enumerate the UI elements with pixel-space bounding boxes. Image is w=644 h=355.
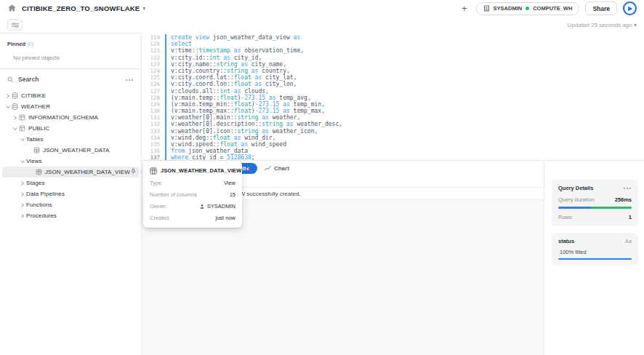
table-icon: [33, 147, 43, 153]
popover-row-label: Owner: [150, 203, 166, 210]
share-button[interactable]: Share: [585, 1, 617, 15]
sidebar-item-public[interactable]: PUBLIC: [0, 123, 141, 134]
line-number: 133: [142, 128, 165, 135]
chevron-right-icon[interactable]: [12, 116, 19, 120]
code-line[interactable]: 135v:wind.speed::float as wind_speed: [142, 141, 644, 148]
rows-value: 1: [629, 214, 632, 220]
no-pinned-text: No pinned objects: [0, 49, 141, 68]
code-line[interactable]: 127v:clouds.all::int as clouds,: [142, 88, 644, 95]
sidebar-item-tables[interactable]: Tables: [0, 134, 141, 145]
object-search[interactable]: Search •••: [0, 71, 141, 87]
code-text: v:clouds.all::int as clouds,: [166, 88, 269, 95]
code-text: select: [166, 41, 192, 47]
line-number: 130: [142, 108, 165, 114]
chevron-down-icon[interactable]: [19, 159, 26, 164]
code-text: v:city.name::string as city_name,: [166, 61, 286, 68]
chevron-right-icon[interactable]: [19, 192, 26, 196]
popover-row-number-of-columns: Number of columns15: [150, 191, 236, 198]
divider: [0, 68, 141, 69]
sql-editor[interactable]: 119create view json_weather_data_view as…: [142, 33, 644, 160]
chevron-down-icon[interactable]: [12, 127, 19, 131]
code-line[interactable]: 126v:city.coord.lon::float as city_lon,: [142, 81, 644, 87]
code-line[interactable]: 123v:city.name::string as city_name,: [142, 61, 644, 68]
title-caret-icon[interactable]: ▾: [142, 5, 145, 12]
code-text: v:weather[0].icon::string as weather_ico…: [166, 128, 318, 135]
sidebar-item-citibike[interactable]: CITIBIKE: [0, 90, 141, 101]
code-line[interactable]: 136from json_weather_data: [142, 148, 644, 154]
chevron-right-icon[interactable]: [19, 214, 26, 218]
home-icon[interactable]: [7, 4, 17, 13]
code-text: v:city.coord.lon::float as city_lon,: [166, 81, 297, 87]
code-line[interactable]: 129(v:main.temp_min::float)-273.15 as te…: [142, 101, 644, 108]
chevron-down-icon[interactable]: [19, 137, 26, 142]
sidebar-item-data-pipelines[interactable]: Data Pipelines: [0, 188, 141, 199]
code-text: v:wind.speed::float as wind_speed: [166, 141, 286, 148]
sidebar-item-functions[interactable]: Functions: [0, 199, 141, 210]
code-line[interactable]: 120select: [142, 41, 644, 47]
worksheet-title[interactable]: CITIBIKE_ZERO_TO_SNOWFLAKE: [22, 4, 140, 12]
line-number: 128: [142, 95, 165, 101]
line-number: 129: [142, 101, 165, 108]
chevron-right-icon[interactable]: [19, 181, 26, 186]
open-object-icon[interactable]: [245, 167, 251, 175]
tab-chart[interactable]: Chart: [265, 165, 289, 172]
play-icon: [627, 6, 633, 12]
code-line[interactable]: 121v:time::timestamp as observation_time…: [142, 47, 644, 54]
code-line[interactable]: 128(v:main.temp::float)-273.15 as temp_a…: [142, 95, 644, 101]
sidebar-item-weather[interactable]: WEATHER: [0, 101, 141, 112]
sidebar-item-information-schema[interactable]: INFORMATION_SCHEMA: [0, 112, 141, 123]
sidebar-more-menu[interactable]: •••: [126, 76, 134, 83]
code-line[interactable]: 119create view json_weather_data_view as: [142, 34, 644, 41]
code-line[interactable]: 134v:wind.deg::float as wind_dir,: [142, 135, 644, 141]
code-text: v:city.country::string as country,: [166, 68, 290, 74]
popover-title: JSON_WEATHER_DATA_VIEW: [161, 167, 241, 174]
database-object-tree: CITIBIKEWEATHERINFORMATION_SCHEMAPUBLICT…: [0, 90, 141, 221]
updated-timestamp[interactable]: Updated 25 seconds ago ▾: [568, 22, 637, 28]
code-line[interactable]: 125v:city.coord.lat::float as city_lat,: [142, 74, 644, 81]
code-line[interactable]: 133v:weather[0].icon::string as weather_…: [142, 128, 644, 135]
chevron-down-icon[interactable]: [4, 105, 12, 109]
sidebar-item-label: PUBLIC: [28, 125, 50, 132]
line-number: 132: [142, 121, 165, 127]
code-text: v:weather[0].main::string as weather,: [166, 114, 300, 121]
sidebar-item-views[interactable]: Views: [0, 156, 141, 167]
filters-button[interactable]: [7, 19, 23, 31]
context-selector[interactable]: SYSADMIN COMPUTE_WH: [476, 2, 580, 15]
code-line[interactable]: 122v:city.id::int as city_id,: [142, 55, 644, 61]
sidebar-item-json-weather-data-view[interactable]: JSON_WEATHER_DATA_VIEW•••: [2, 167, 139, 178]
pin-icon[interactable]: [130, 168, 137, 176]
status-column-card[interactable]: status Aa 100% filled: [552, 233, 638, 266]
sidebar-item-procedures[interactable]: Procedures: [0, 210, 141, 221]
sidebar-item-label: CITIBIKE: [21, 92, 46, 99]
code-text: v:city.coord.lat::float as city_lat,: [166, 74, 297, 81]
sidebar-item-label: Stages: [26, 180, 45, 186]
code-line[interactable]: 137where city_id = 5128638;: [142, 154, 644, 160]
duration-bar-green: [591, 207, 632, 209]
query-details-menu[interactable]: •••: [624, 185, 632, 191]
new-worksheet-button[interactable]: +: [459, 4, 470, 13]
popover-row-type: TypeView: [150, 180, 236, 186]
chevron-right-icon[interactable]: [19, 203, 26, 207]
text-type-indicator: Aa: [625, 238, 632, 244]
schema-icon: [19, 114, 28, 121]
line-number: 126: [142, 81, 165, 87]
run-button[interactable]: [623, 1, 637, 15]
sidebar-item-json-weather-data[interactable]: JSON_WEATHER_DATA: [0, 145, 141, 156]
query-details-panel: Query Details ••• Query duration 256ms R…: [544, 160, 644, 355]
line-number: 136: [142, 148, 165, 154]
person-icon: [199, 204, 205, 210]
duration-progress-bar: [558, 207, 632, 209]
code-line[interactable]: 131v:weather[0].main::string as weather,: [142, 114, 644, 121]
code-line[interactable]: 130(v:main.temp_max::float)-273.15 as te…: [142, 108, 644, 114]
code-line[interactable]: 124v:city.country::string as country,: [142, 68, 644, 74]
role-badge-icon: [483, 5, 490, 12]
chart-icon: [265, 165, 271, 172]
sidebar-item-label: JSON_WEATHER_DATA: [43, 147, 110, 153]
sidebar-item-stages[interactable]: Stages: [0, 178, 141, 188]
chevron-right-icon[interactable]: [4, 94, 12, 98]
code-line[interactable]: 132v:weather[0].description::string as w…: [142, 121, 644, 127]
popover-row-owner: OwnerSYSADMIN: [150, 203, 236, 210]
sidebar-item-label: Tables: [26, 136, 44, 143]
snowsight-worksheet-app: CITIBIKE_ZERO_TO_SNOWFLAKE ▾ + SYSADMIN …: [0, 0, 644, 355]
popover-row-value: just now: [215, 215, 236, 221]
